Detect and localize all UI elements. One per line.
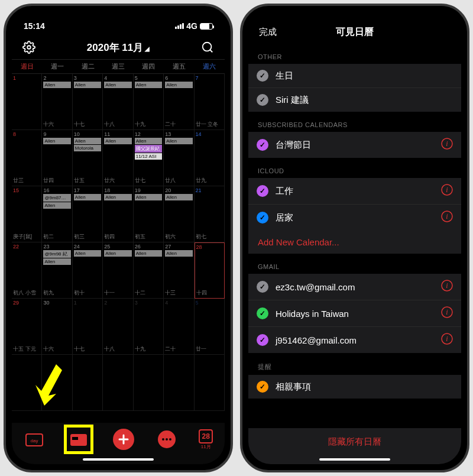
tab-month[interactable] bbox=[68, 429, 89, 450]
calendar-row[interactable]: 台灣節日i bbox=[248, 132, 461, 158]
info-icon[interactable]: i bbox=[441, 138, 453, 152]
event-chip[interactable]: Motorola bbox=[74, 145, 101, 151]
calendar-cell[interactable]: 7廿一 立冬 bbox=[195, 74, 225, 130]
calendar-row[interactable]: Siri 建議 bbox=[248, 88, 461, 112]
event-chip[interactable]: Allen bbox=[104, 138, 131, 144]
checkmark-icon[interactable] bbox=[257, 70, 268, 82]
calendar-cell[interactable] bbox=[164, 355, 194, 411]
tab-today[interactable]: 28 11月 bbox=[199, 429, 213, 450]
calendar-cell[interactable]: 3Allen十七 bbox=[73, 74, 103, 130]
checkmark-icon[interactable] bbox=[257, 381, 268, 393]
calendar-cell[interactable]: 19Allen初五 bbox=[134, 186, 164, 242]
event-chip[interactable]: 國父誕辰紀 bbox=[135, 145, 162, 153]
calendar-cell[interactable]: 3十九 bbox=[134, 299, 164, 355]
checkmark-icon[interactable] bbox=[257, 185, 268, 197]
month-title[interactable]: 2020年 11月◢ bbox=[87, 41, 150, 54]
calendar-cell[interactable]: 8廿三 bbox=[12, 130, 42, 186]
info-icon[interactable]: i bbox=[441, 333, 453, 347]
calendar-cell[interactable]: 24Allen初十 bbox=[73, 242, 103, 299]
calendar-cell[interactable]: 1十七 bbox=[73, 299, 103, 355]
info-icon[interactable]: i bbox=[441, 211, 453, 225]
checkmark-icon[interactable] bbox=[257, 281, 268, 293]
event-chip[interactable]: Allen bbox=[104, 250, 131, 257]
calendar-cell[interactable]: 26Allen十二 bbox=[134, 242, 164, 299]
checkmark-icon[interactable] bbox=[257, 307, 268, 319]
calendar-cell[interactable]: 28十四 bbox=[195, 242, 225, 299]
event-chip[interactable]: Allen bbox=[43, 82, 70, 88]
event-chip[interactable]: Allen bbox=[43, 258, 70, 265]
calendar-cell[interactable]: 21初七 bbox=[195, 186, 225, 242]
event-chip[interactable]: Allen bbox=[74, 138, 101, 144]
add-calendar-button[interactable]: Add New Calendar... bbox=[248, 231, 461, 254]
info-icon[interactable]: i bbox=[441, 306, 453, 320]
calendar-cell[interactable]: 22初八 小雪 bbox=[12, 242, 42, 299]
calendar-cell[interactable]: 1 bbox=[12, 74, 42, 130]
calendar-row[interactable]: Holidays in Taiwani bbox=[248, 300, 461, 327]
event-chip[interactable]: Allen bbox=[165, 138, 192, 144]
calendar-cell[interactable]: 20Allen初六 bbox=[164, 186, 194, 242]
event-chip[interactable]: Allen bbox=[165, 194, 192, 200]
add-event-button[interactable] bbox=[113, 429, 134, 450]
checkmark-icon[interactable] bbox=[257, 94, 268, 106]
calendar-cell[interactable]: 27Allen十三 bbox=[164, 242, 194, 299]
calendar-cell[interactable]: 15庚子[鼠] bbox=[12, 186, 42, 242]
calendar-row[interactable]: 居家i bbox=[248, 205, 461, 231]
event-chip[interactable]: Allen bbox=[104, 82, 131, 88]
calendar-cell[interactable] bbox=[195, 355, 225, 411]
calendar-cell[interactable]: 13Allen廿八 bbox=[164, 130, 194, 186]
tab-day[interactable]: day bbox=[24, 429, 45, 450]
calendar-cell[interactable]: 5廿一 bbox=[195, 299, 225, 355]
calendar-cell[interactable]: 10AllenMotorola廿五 bbox=[73, 130, 103, 186]
calendar-cell[interactable]: 6Allen二十 bbox=[164, 74, 194, 130]
home-indicator[interactable] bbox=[319, 458, 390, 461]
calendar-cell[interactable]: 12Allen國父誕辰紀11/12 ASI廿七 bbox=[134, 130, 164, 186]
calendar-cell[interactable]: 11Allen廿六 bbox=[103, 130, 133, 186]
calendar-cell[interactable]: 2Allen十六 bbox=[42, 74, 72, 130]
event-chip[interactable]: @9m98 紀 bbox=[43, 250, 70, 258]
event-chip[interactable]: Allen bbox=[104, 194, 131, 200]
calendar-cell[interactable]: 9Allen廿四 bbox=[42, 130, 72, 186]
event-chip[interactable]: Allen bbox=[135, 250, 162, 257]
event-chip[interactable]: Allen bbox=[74, 250, 101, 257]
calendar-cell[interactable]: 25Allen十一 bbox=[103, 242, 133, 299]
event-chip[interactable]: Allen bbox=[165, 250, 192, 257]
calendar-cell[interactable]: 23@9m98 紀Allen初九 bbox=[42, 242, 72, 299]
event-chip[interactable]: 11/12 ASI bbox=[135, 153, 162, 160]
event-chip[interactable]: Allen bbox=[74, 194, 101, 200]
event-chip[interactable]: @9m87語音 bbox=[43, 194, 70, 202]
more-button[interactable] bbox=[158, 430, 176, 448]
event-chip[interactable]: Allen bbox=[43, 202, 70, 209]
calendar-row[interactable]: 相親事項 bbox=[248, 375, 461, 399]
calendar-cell[interactable]: 4Allen十八 bbox=[103, 74, 133, 130]
info-icon[interactable]: i bbox=[441, 184, 453, 198]
event-chip[interactable]: Allen bbox=[135, 138, 162, 144]
calendar-cell[interactable]: 18Allen初四 bbox=[103, 186, 133, 242]
calendar-cell[interactable]: 5Allen十九 bbox=[134, 74, 164, 130]
event-chip[interactable]: Allen bbox=[135, 82, 162, 88]
event-chip[interactable]: Allen bbox=[74, 82, 101, 88]
calendar-cell[interactable] bbox=[73, 355, 103, 411]
calendar-cell[interactable] bbox=[103, 355, 133, 411]
calendar-cell[interactable]: 29十五 下元 bbox=[12, 299, 42, 355]
home-indicator[interactable] bbox=[83, 458, 154, 461]
calendar-list[interactable]: OTHER生日Siri 建議SUBSCRIBED CALENDARS台灣節日iI… bbox=[248, 44, 461, 440]
calendar-cell[interactable]: 30十六 bbox=[42, 299, 72, 355]
event-chip[interactable]: Allen bbox=[165, 82, 192, 88]
settings-icon[interactable] bbox=[22, 41, 35, 54]
event-chip[interactable]: Allen bbox=[135, 194, 162, 200]
info-icon[interactable]: i bbox=[441, 280, 453, 294]
checkmark-icon[interactable] bbox=[257, 212, 268, 224]
calendar-row[interactable]: j951462@gmail.comi bbox=[248, 327, 461, 353]
calendar-row[interactable]: 生日 bbox=[248, 64, 461, 88]
calendar-cell[interactable]: 14廿九 bbox=[195, 130, 225, 186]
calendar-cell[interactable]: 16@9m87語音Allen初二 bbox=[42, 186, 72, 242]
calendar-row[interactable]: ez3c.tw@gmail.comi bbox=[248, 274, 461, 300]
calendar-cell[interactable]: 2十八 bbox=[103, 299, 133, 355]
calendar-row[interactable]: 工作i bbox=[248, 178, 461, 205]
checkmark-icon[interactable] bbox=[257, 139, 268, 151]
checkmark-icon[interactable] bbox=[257, 334, 268, 346]
calendar-cell[interactable] bbox=[134, 355, 164, 411]
calendar-grid[interactable]: 12Allen十六3Allen十七4Allen十八5Allen十九6Allen二… bbox=[12, 74, 225, 411]
event-chip[interactable]: Allen bbox=[43, 138, 70, 144]
calendar-cell[interactable]: 4二十 bbox=[164, 299, 194, 355]
